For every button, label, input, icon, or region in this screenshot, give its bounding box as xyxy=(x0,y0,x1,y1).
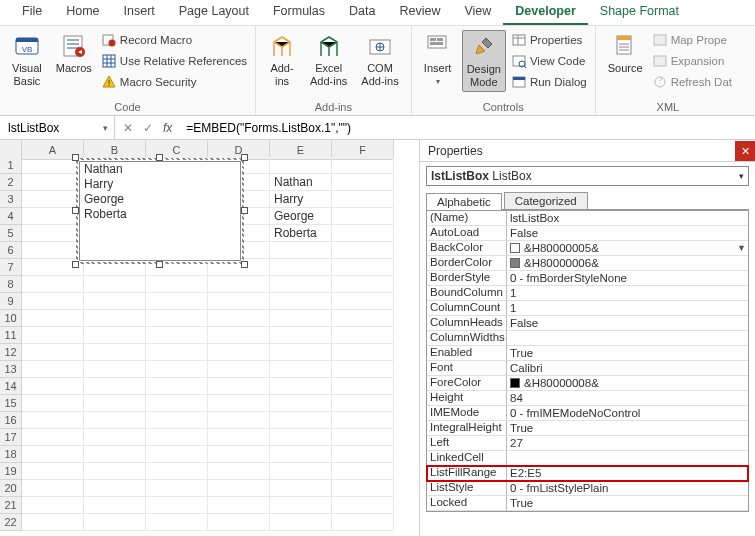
record-macro-button[interactable]: Record Macro xyxy=(102,30,247,50)
cell-E9[interactable] xyxy=(270,293,332,310)
cell-F16[interactable] xyxy=(332,412,394,429)
prop-row-linkedcell[interactable]: LinkedCell xyxy=(427,451,748,466)
cell-C11[interactable] xyxy=(146,327,208,344)
cell-D16[interactable] xyxy=(208,412,270,429)
formula-input[interactable] xyxy=(180,121,755,135)
cell-F19[interactable] xyxy=(332,463,394,480)
row-header-19[interactable]: 19 xyxy=(0,463,22,480)
row-header-11[interactable]: 11 xyxy=(0,327,22,344)
cell-C20[interactable] xyxy=(146,480,208,497)
tab-categorized[interactable]: Categorized xyxy=(504,192,588,209)
cell-F10[interactable] xyxy=(332,310,394,327)
prop-row-columnwidths[interactable]: ColumnWidths xyxy=(427,331,748,346)
cell-E11[interactable] xyxy=(270,327,332,344)
row-header-15[interactable]: 15 xyxy=(0,395,22,412)
name-box[interactable]: ▾ xyxy=(0,116,115,139)
row-header-2[interactable]: 2 xyxy=(0,174,22,191)
cell-C19[interactable] xyxy=(146,463,208,480)
row-header-4[interactable]: 4 xyxy=(0,208,22,225)
prop-row-bordercolor[interactable]: BorderColor&H80000006& xyxy=(427,256,748,271)
cell-E10[interactable] xyxy=(270,310,332,327)
prop-row-backcolor[interactable]: BackColor&H80000005&▼ xyxy=(427,241,748,256)
cell-D10[interactable] xyxy=(208,310,270,327)
excel-addins-button[interactable]: Excel Add-ins xyxy=(306,30,351,90)
row-header-22[interactable]: 22 xyxy=(0,514,22,531)
prop-row-columnheads[interactable]: ColumnHeadsFalse xyxy=(427,316,748,331)
cell-A8[interactable] xyxy=(22,276,84,293)
cell-F11[interactable] xyxy=(332,327,394,344)
tab-home[interactable]: Home xyxy=(54,0,111,25)
cell-A15[interactable] xyxy=(22,395,84,412)
row-header-6[interactable]: 6 xyxy=(0,242,22,259)
row-header-12[interactable]: 12 xyxy=(0,344,22,361)
cell-B22[interactable] xyxy=(84,514,146,531)
cell-C18[interactable] xyxy=(146,446,208,463)
cell-E7[interactable] xyxy=(270,259,332,276)
cell-B11[interactable] xyxy=(84,327,146,344)
tab-review[interactable]: Review xyxy=(387,0,452,25)
cell-E19[interactable] xyxy=(270,463,332,480)
cell-C9[interactable] xyxy=(146,293,208,310)
cell-A16[interactable] xyxy=(22,412,84,429)
cell-F2[interactable] xyxy=(332,174,394,191)
cell-D11[interactable] xyxy=(208,327,270,344)
row-header-9[interactable]: 9 xyxy=(0,293,22,310)
cell-C8[interactable] xyxy=(146,276,208,293)
cell-D19[interactable] xyxy=(208,463,270,480)
cell-D15[interactable] xyxy=(208,395,270,412)
prop-row-locked[interactable]: LockedTrue xyxy=(427,496,748,511)
prop-row-columncount[interactable]: ColumnCount1 xyxy=(427,301,748,316)
cell-E16[interactable] xyxy=(270,412,332,429)
prop-row-imemode[interactable]: IMEMode0 - fmIMEModeNoControl xyxy=(427,406,748,421)
prop-row-liststyle[interactable]: ListStyle0 - fmListStylePlain xyxy=(427,481,748,496)
cell-C14[interactable] xyxy=(146,378,208,395)
tab-file[interactable]: File xyxy=(10,0,54,25)
cell-E17[interactable] xyxy=(270,429,332,446)
cell-A13[interactable] xyxy=(22,361,84,378)
cell-A21[interactable] xyxy=(22,497,84,514)
row-header-21[interactable]: 21 xyxy=(0,497,22,514)
tab-formulas[interactable]: Formulas xyxy=(261,0,337,25)
cell-E6[interactable] xyxy=(270,242,332,259)
row-header-14[interactable]: 14 xyxy=(0,378,22,395)
cell-D8[interactable] xyxy=(208,276,270,293)
control-properties-button[interactable]: Properties xyxy=(512,30,587,50)
cell-A17[interactable] xyxy=(22,429,84,446)
cell-C16[interactable] xyxy=(146,412,208,429)
row-header-20[interactable]: 20 xyxy=(0,480,22,497)
cell-B9[interactable] xyxy=(84,293,146,310)
cell-F8[interactable] xyxy=(332,276,394,293)
property-table[interactable]: (Name)lstListBoxAutoLoadFalseBackColor&H… xyxy=(426,210,749,512)
cell-A18[interactable] xyxy=(22,446,84,463)
cell-F18[interactable] xyxy=(332,446,394,463)
object-selector[interactable]: lstListBox ListBox ▾ xyxy=(426,166,749,186)
name-box-input[interactable] xyxy=(6,120,86,136)
row-header-7[interactable]: 7 xyxy=(0,259,22,276)
visual-basic-button[interactable]: VB Visual Basic xyxy=(8,30,46,90)
cell-E18[interactable] xyxy=(270,446,332,463)
prop-row-name[interactable]: (Name)lstListBox xyxy=(427,211,748,226)
cell-E3[interactable]: Harry xyxy=(270,191,332,208)
cell-E22[interactable] xyxy=(270,514,332,531)
macro-security-button[interactable]: ! Macro Security xyxy=(102,72,247,92)
cell-E15[interactable] xyxy=(270,395,332,412)
cell-F22[interactable] xyxy=(332,514,394,531)
cell-C10[interactable] xyxy=(146,310,208,327)
cell-E8[interactable] xyxy=(270,276,332,293)
cell-F6[interactable] xyxy=(332,242,394,259)
cell-F14[interactable] xyxy=(332,378,394,395)
row-header-1[interactable]: 1 xyxy=(0,157,22,174)
insert-control-button[interactable]: Insert ▾ xyxy=(420,30,456,89)
cell-E12[interactable] xyxy=(270,344,332,361)
prop-row-forecolor[interactable]: ForeColor&H80000008& xyxy=(427,376,748,391)
cell-A3[interactable] xyxy=(22,191,84,208)
cell-E2[interactable]: Nathan xyxy=(270,174,332,191)
cell-F13[interactable] xyxy=(332,361,394,378)
cell-D22[interactable] xyxy=(208,514,270,531)
cell-C21[interactable] xyxy=(146,497,208,514)
cell-D18[interactable] xyxy=(208,446,270,463)
com-addins-button[interactable]: COM Add-ins xyxy=(357,30,402,90)
addins-button[interactable]: Add- ins xyxy=(264,30,300,90)
cell-D21[interactable] xyxy=(208,497,270,514)
cell-D13[interactable] xyxy=(208,361,270,378)
